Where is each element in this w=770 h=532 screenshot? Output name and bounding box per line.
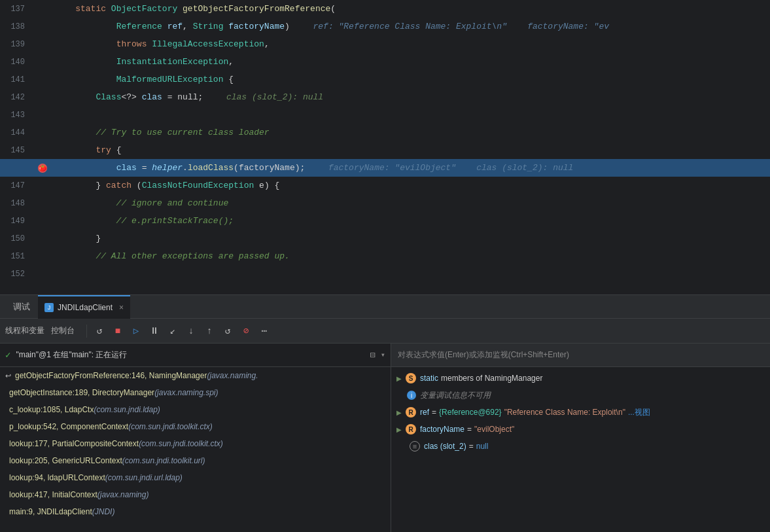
label-threads: 线程和变量 <box>5 325 44 336</box>
line-number-152: 152 <box>0 270 33 279</box>
stack-frame-1[interactable]: getObjectInstance:189, DirectoryManager … <box>0 384 391 401</box>
comma-139: , <box>264 39 270 49</box>
debug-toolbar: 线程和变量 控制台 ↺ ■ ▷ ⏸ ↙ ↓ ↑ ↺ ⊘ ⋯ <box>0 319 770 344</box>
var-eq-factory: = <box>467 425 472 434</box>
right-panel: 对表达式求值(Enter)或添加监视(Ctrl+Shift+Enter) ▶ S… <box>391 344 770 532</box>
stop-btn[interactable]: ■ <box>109 323 126 340</box>
var-name-clas: clas (slot_2) <box>424 442 466 451</box>
var-link-ref[interactable]: ...视图 <box>628 407 650 418</box>
code-content-149: // e.printStackTrace(); <box>52 216 770 226</box>
var-expand-static[interactable]: ▶ <box>396 375 402 382</box>
var-ref[interactable]: ▶ R ref = {Reference@692} "Reference Cla… <box>391 404 770 421</box>
step-down-btn[interactable]: ↓ <box>183 323 200 340</box>
code-line-137: 137 static ObjectFactory getObjectFactor… <box>0 0 770 18</box>
code-line-140: 140 InstantiationException, <box>0 53 770 71</box>
frame-class-4: (com.sun.jndi.toolkit.ctx) <box>139 439 223 448</box>
code-content-144: // Try to use current class loader <box>52 128 770 137</box>
frame-class-7: (javax.naming) <box>97 490 149 499</box>
type-classnotfound: ClassNotFoundException <box>142 181 254 190</box>
resume-btn[interactable]: ▷ <box>128 323 145 340</box>
comma-140: , <box>228 57 234 67</box>
code-content-147: } catch (ClassNotFoundException e) { <box>52 181 770 190</box>
comment-144: // Try to use current class loader <box>55 128 270 137</box>
line-number-138: 138 <box>0 22 33 31</box>
line-number-139: 139 <box>0 40 33 49</box>
var-clas: clas <box>142 92 162 102</box>
stack-frame-2[interactable]: c_lookup:1085, LdapCtx (com.sun.jndi.lda… <box>0 401 391 418</box>
stack-frame-5[interactable]: lookup:205, GenericURLContext (com.sun.j… <box>0 452 391 469</box>
var-icon-ref: R <box>406 407 416 417</box>
code-content-141: MalformedURLException { <box>52 75 770 84</box>
frame-method-6: lookup:94, ldapURLContext <box>9 473 105 482</box>
code-line-143: 143 <box>0 106 770 124</box>
var-expand-ref[interactable]: ▶ <box>396 409 402 416</box>
thread-dropdown-icon[interactable]: ▾ <box>381 350 385 360</box>
pause-btn[interactable]: ⏸ <box>146 323 163 340</box>
debug-area: 调试 J JNDILdapClient × 线程和变量 控制台 ↺ ■ ▷ ⏸ … <box>0 294 770 532</box>
code-line-147: 147 } catch (ClassNotFoundException e) { <box>0 177 770 194</box>
var-icon-factory: R <box>406 424 416 434</box>
left-panel: ✓ "main"@1 在组"main": 正在运行 ⊟ ▾ ↩ getObjec… <box>0 344 391 532</box>
frame-class-3: (com.sun.jndi.toolkit.ctx) <box>128 422 213 431</box>
debug-tab-file[interactable]: J JNDILdapClient × <box>38 295 130 319</box>
var-factoryname[interactable]: ▶ R factoryName = "evilObject" <box>391 421 770 438</box>
code-content-140: InstantiationException, <box>52 57 770 67</box>
type-illegalaccessexception: IllegalAccessException <box>152 39 264 49</box>
code-line-148: 148 // ignore and continue <box>0 194 770 212</box>
frame-method-7: lookup:417, InitialContext <box>9 490 97 499</box>
code-line-138: 138 Reference ref, String factoryName) r… <box>0 18 770 35</box>
code-line-144: 144 // Try to use current class loader <box>0 124 770 141</box>
thread-check-icon: ✓ <box>5 349 10 361</box>
stack-frame-0[interactable]: ↩ getObjectFactoryFromReference:146, Nam… <box>0 367 391 384</box>
type-reference: Reference <box>116 22 167 31</box>
comment-148: // ignore and continue <box>55 198 228 208</box>
stack-frame-6[interactable]: lookup:94, ldapURLContext (com.sun.jndi.… <box>0 469 391 486</box>
var-info-row: i 变量调试信息不可用 <box>391 387 770 404</box>
call-146: (factoryName); <box>234 163 305 173</box>
stack-frame-7[interactable]: lookup:417, InitialContext (javax.naming… <box>0 486 391 503</box>
assign-142: = null; <box>162 92 203 102</box>
expr-placeholder: 对表达式求值(Enter)或添加监视(Ctrl+Shift+Enter) <box>398 349 569 361</box>
mute-btn[interactable]: ⊘ <box>237 323 254 340</box>
filter-icon[interactable]: ⊟ <box>370 349 375 361</box>
info-icon: i <box>407 391 416 400</box>
stack-frame-3[interactable]: p_lookup:542, ComponentContext (com.sun.… <box>0 418 391 435</box>
brace-close-150: } <box>55 234 101 243</box>
stack-frame-4[interactable]: lookup:177, PartialCompositeContext (com… <box>0 435 391 452</box>
var-eq-ref: = <box>432 408 436 417</box>
frame-method-8: main:9, JNDILdapClient <box>9 507 92 516</box>
step-up-btn[interactable]: ↑ <box>201 323 218 340</box>
var-eq-clas: = <box>469 442 474 451</box>
code-content-148: // ignore and continue <box>52 198 770 208</box>
code-content-138: Reference ref, String factoryName) ref: … <box>52 22 770 31</box>
hint-146: factoryName: "evilObject" clas (slot_2):… <box>318 163 573 173</box>
step-into-btn[interactable]: ↙ <box>164 323 181 340</box>
code-content-139: throws IllegalAccessException, <box>52 39 770 49</box>
code-line-151: 151 // All other exceptions are passed u… <box>0 247 770 265</box>
code-content-137: static ObjectFactory getObjectFactoryFro… <box>52 4 770 14</box>
rerun2-btn[interactable]: ↺ <box>219 323 236 340</box>
frame-method-1: getObjectInstance:189, DirectoryManager <box>9 388 154 397</box>
var-name-static: static <box>420 374 438 383</box>
thread-name-label: "main"@1 在组"main": 正在运行 <box>16 349 127 361</box>
indent-145 <box>55 145 96 155</box>
expression-input[interactable]: 对表达式求值(Enter)或添加监视(Ctrl+Shift+Enter) <box>391 344 770 367</box>
var-expand-factory[interactable]: ▶ <box>396 426 402 433</box>
frame-class-0: (javax.naming. <box>207 371 258 380</box>
more-btn[interactable]: ⋯ <box>256 323 273 340</box>
kw-catch: catch <box>106 181 131 190</box>
frame-method-0: getObjectFactoryFromReference:146, Namin… <box>15 371 207 380</box>
frame-class-8: (JNDI) <box>92 507 115 516</box>
comment-149: // e.printStackTrace(); <box>55 216 234 226</box>
separator-1 <box>86 325 87 338</box>
kw-try: try <box>96 145 111 155</box>
tab-close-button[interactable]: × <box>119 303 124 312</box>
var-static[interactable]: ▶ S static members of NamingManager <box>391 370 770 387</box>
rerun-btn[interactable]: ↺ <box>91 323 108 340</box>
var-value-factory: "evilObject" <box>474 425 514 434</box>
var-name-factory: factoryName <box>420 425 464 434</box>
stack-frame-8[interactable]: main:9, JNDILdapClient (JNDI) <box>0 503 391 520</box>
line-number-151: 151 <box>0 252 33 261</box>
stack-list: ↩ getObjectFactoryFromReference:146, Nam… <box>0 367 391 532</box>
comma-138: , <box>183 22 193 31</box>
